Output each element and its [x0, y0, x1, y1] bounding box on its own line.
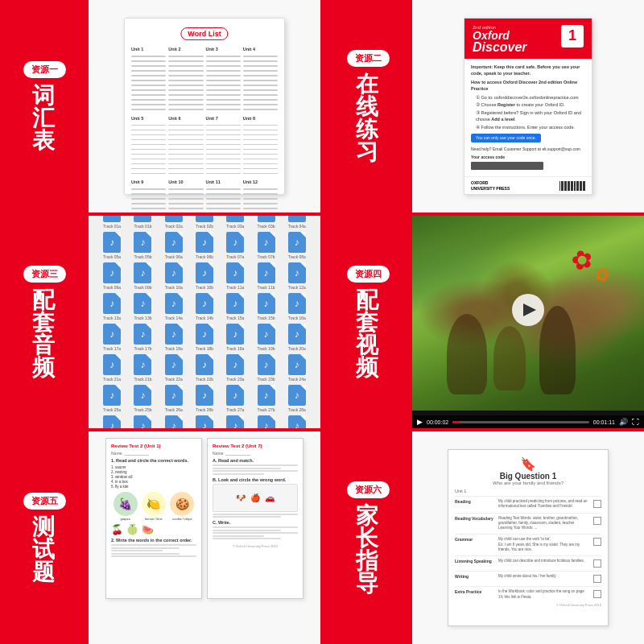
writing-checkbox[interactable] — [593, 575, 601, 583]
list-item[interactable]: Track 21a — [98, 354, 126, 382]
list-item[interactable]: Track 13a — [98, 293, 126, 320]
guide-row-grammar: Grammar My child can use the verb 'to be… — [455, 534, 601, 552]
list-item[interactable]: Track 16a — [283, 293, 311, 320]
list-item[interactable]: Track 22a — [160, 354, 188, 382]
list-item[interactable]: Track 21b — [129, 354, 156, 382]
label-area-6: 资源六 家 长 指 导 — [324, 431, 412, 644]
play-triangle-icon — [523, 303, 536, 316]
grammar-checkbox[interactable] — [593, 538, 601, 546]
list-item[interactable]: Track 30a — [160, 415, 188, 428]
access-code-box — [471, 162, 543, 170]
list-item[interactable]: Track 04a — [283, 216, 311, 229]
list-item[interactable]: Track 05a — [98, 232, 126, 259]
list-item[interactable]: Track 01b — [129, 216, 156, 229]
audio-file-icon — [196, 415, 213, 428]
audio-file-icon — [196, 262, 213, 283]
list-item[interactable]: Track 22b — [191, 354, 218, 382]
extra-checkbox[interactable] — [593, 590, 601, 598]
list-item[interactable]: Track 05b — [129, 232, 156, 259]
audio-file-icon — [134, 262, 151, 283]
list-item[interactable]: Track 15b — [252, 293, 279, 320]
list-item[interactable]: Track 08a — [283, 232, 311, 259]
label-area-4: 资源四 配 套 视 频 — [324, 216, 412, 428]
cell-6-parent-guide: 资源六 家 长 指 导 🔖 Big Question 1 Who are you… — [324, 431, 644, 644]
list-item[interactable]: Track 19a — [221, 324, 249, 351]
list-item[interactable]: Track 27b — [252, 385, 279, 412]
wordlist-col-1: Unit 1 Unit 5 Unit 9 — [131, 47, 166, 213]
list-item[interactable]: Track 07b — [252, 232, 279, 259]
resource-title-6: 家 长 指 导 — [356, 505, 380, 595]
list-item[interactable]: Track 09b — [129, 262, 156, 290]
od-card-content: 2nd edition Oxford Discover 1 Important:… — [412, 0, 644, 213]
list-item[interactable]: Track 29a — [98, 415, 126, 428]
resource-badge-3: 资源三 — [23, 266, 66, 283]
list-item[interactable]: Track 17b — [129, 324, 156, 351]
audio-file-icon — [134, 324, 151, 345]
list-item[interactable]: Track 15a — [221, 293, 249, 320]
list-item[interactable]: Track 13b — [129, 293, 156, 320]
list-item[interactable]: Track 24a — [283, 354, 311, 382]
list-item[interactable]: Track 10a — [160, 262, 188, 290]
access-label: Your access code — [471, 155, 585, 161]
list-item[interactable]: Track 27a — [221, 385, 249, 412]
list-item[interactable]: Track 26a — [160, 385, 188, 412]
list-item[interactable]: Track 31b — [252, 415, 279, 428]
list-item[interactable]: Track 06b — [191, 232, 218, 259]
video-player[interactable]: ✿ ✿ ▶ 00:00:02 00:01:11 🔊 ⛶ — [412, 216, 644, 428]
list-item[interactable]: Track 03b — [252, 216, 279, 229]
list-item[interactable]: Track 14b — [191, 293, 218, 320]
list-item[interactable]: Track 25a — [98, 385, 126, 412]
audio-file-icon — [103, 293, 121, 314]
progress-bar[interactable] — [452, 421, 589, 423]
list-item[interactable]: Track 18b — [191, 324, 218, 351]
step-2: ② Choose Register to create your Oxford … — [476, 101, 585, 108]
vocab-checkbox[interactable] — [593, 517, 601, 525]
list-item[interactable]: Track 03a — [221, 216, 249, 229]
section-write: C. Write. — [213, 520, 298, 525]
list-item[interactable]: Track 23b — [252, 354, 279, 382]
list-item[interactable]: Track 20a — [283, 324, 311, 351]
test-paper-2: Review Test 2 (Unit 7) Name: ___________… — [207, 438, 303, 599]
list-item[interactable]: Track 10b — [191, 262, 218, 290]
guide-row-vocabulary: Reading Vocabulary Reading Text Words: s… — [455, 513, 601, 531]
list-item[interactable]: Track 02b — [191, 216, 218, 229]
list-item[interactable]: Track 30b — [191, 415, 218, 428]
audio-file-icon — [258, 232, 275, 253]
guide-row-writing: Writing My child wrote about his / her f… — [455, 571, 601, 583]
list-item[interactable]: Track 11b — [252, 262, 279, 290]
list-item[interactable]: Track 09a — [98, 262, 126, 290]
list-item[interactable]: Track 06a — [160, 232, 188, 259]
list-item[interactable]: Track 32a — [283, 415, 311, 428]
volume-button[interactable]: 🔊 — [619, 418, 628, 426]
audio-file-icon — [288, 415, 306, 428]
list-item[interactable]: Track 26b — [191, 385, 218, 412]
audio-file-icon — [103, 415, 121, 428]
audio-file-icon — [288, 232, 306, 253]
list-item[interactable]: Track 19b — [252, 324, 279, 351]
paper-copyright: © Oxford University Press 2019 — [213, 544, 298, 548]
list-item[interactable]: Track 31a — [221, 415, 249, 428]
fullscreen-button[interactable]: ⛶ — [632, 418, 639, 426]
play-button[interactable] — [512, 294, 544, 326]
list-item[interactable]: Track 18a — [160, 324, 188, 351]
audio-file-icon — [258, 216, 275, 222]
list-item[interactable]: Track 29b — [129, 415, 156, 428]
list-item[interactable]: Track 11a — [221, 262, 249, 290]
list-item[interactable]: Track 17a — [98, 324, 126, 351]
list-item[interactable]: Track 23a — [221, 354, 249, 382]
list-item[interactable]: Track 14a — [160, 293, 188, 320]
list-item[interactable]: Track 02a — [160, 216, 188, 229]
audio-file-icon — [226, 262, 244, 283]
list-item[interactable]: Track 12a — [283, 262, 311, 290]
skill-vocabulary: Reading Vocabulary — [455, 516, 495, 521]
list-item[interactable]: Track 25b — [129, 385, 156, 412]
play-pause-button[interactable]: ▶ — [417, 418, 423, 426]
audio-file-icon — [226, 232, 244, 253]
list-item[interactable]: Track 28a — [283, 385, 311, 412]
listening-checkbox[interactable] — [593, 559, 601, 568]
list-item[interactable]: Track 01a — [98, 216, 126, 229]
list-item[interactable]: Track 07a — [221, 232, 249, 259]
reading-checkbox[interactable] — [593, 500, 601, 508]
word-image-row: 🐶 🍎 🚗 — [213, 484, 298, 512]
cell-4-video: 资源四 配 套 视 频 ✿ ✿ ▶ 00:00:02 — [324, 216, 644, 428]
